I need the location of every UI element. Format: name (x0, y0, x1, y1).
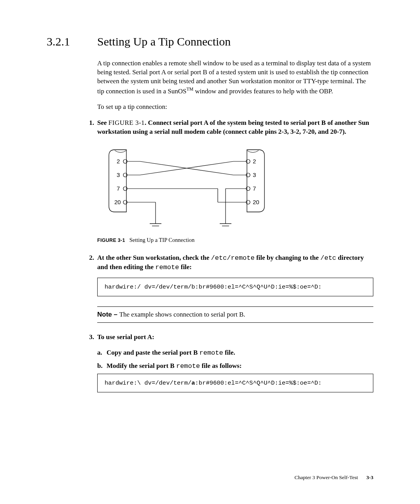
pin-label-right-20: 20 (253, 199, 259, 205)
step-3-number: 3. (86, 333, 97, 342)
pin-label-right-3: 3 (253, 172, 256, 178)
section-header: 3.2.1 Setting Up a Tip Connection (47, 35, 373, 48)
step-2-p2: file by changing to the (255, 254, 320, 261)
step-3b-code: remote (176, 362, 200, 370)
code-block-2-bold: a (191, 380, 195, 387)
code-block-1-text: hardwire:/ dv=/dev/term/b:br#9600:el=^C^… (105, 284, 322, 290)
step-3b-letter: b. (97, 360, 107, 371)
step-3b-p2: file as follows: (200, 362, 242, 369)
footer-chapter: Chapter 3 Power-On Self-Test (294, 474, 358, 480)
step-2-code3: remote (155, 264, 179, 271)
note-label: Note – (97, 311, 119, 318)
intro-lead: To set up a tip connection: (97, 103, 373, 112)
page-footer: Chapter 3 Power-On Self-Test 3-3 (294, 474, 373, 481)
pin-label-left-7: 7 (117, 185, 120, 192)
pin-label-right-7: 7 (253, 185, 256, 192)
figure-caption-label: FIGURE 3-1 (97, 238, 125, 243)
code-block-2-post: :br#9600:el=^C^S^Q^U^D:ie=%$:oe=^D: (195, 380, 322, 387)
step-2: 2. At the other Sun workstation, check t… (86, 254, 373, 272)
step-3a-body: Copy and paste the serial port B remote … (107, 347, 235, 358)
null-modem-diagram: 2 3 7 20 2 3 7 20 (97, 146, 280, 228)
trademark-superscript: TM (186, 86, 193, 92)
section-title: Setting Up a Tip Connection (97, 35, 231, 48)
step-1: 1. See FIGURE 3-1. Connect serial port A… (86, 119, 373, 136)
step-2-body: At the other Sun workstation, check the … (97, 254, 373, 272)
code-block-1: hardwire:/ dv=/dev/term/b:br#9600:el=^C^… (97, 278, 373, 296)
step-2-code2: /etc (320, 254, 336, 262)
step-2-p1: At the other Sun workstation, check the (97, 254, 211, 261)
step-3a-p1: Copy and paste the serial port B (107, 349, 199, 356)
code-block-2-pre: hardwire:\ dv=/dev/term/ (105, 380, 191, 387)
intro-paragraph: A tip connection enables a remote shell … (97, 59, 373, 96)
pin-label-right-2: 2 (253, 158, 256, 164)
figure-caption-text: Setting Up a TIP Connection (130, 237, 195, 243)
code-block-2: hardwire:\ dv=/dev/term/a:br#9600:el=^C^… (97, 374, 373, 392)
step-2-number: 2. (86, 254, 97, 272)
pin-label-left-2: 2 (117, 158, 120, 164)
step-2-code1: /etc/remote (211, 254, 254, 262)
note-box: Note – The example shows connection to s… (97, 306, 373, 323)
step-3b-p1: Modify the serial port B (107, 362, 176, 369)
step-3-body: To use serial port A: (97, 333, 373, 342)
section-number: 3.2.1 (47, 35, 97, 48)
step-3b-body: Modify the serial port B remote file as … (107, 360, 242, 371)
step-3: 3. To use serial port A: (86, 333, 373, 342)
step-3b: b. Modify the serial port B remote file … (97, 360, 373, 371)
step-3a-p2: file. (223, 349, 235, 356)
step-1-body: See FIGURE 3-1. Connect serial port A of… (97, 119, 373, 136)
step-3a: a. Copy and paste the serial port B remo… (97, 347, 373, 358)
step-3a-code: remote (199, 349, 223, 357)
step-1-lead: See (97, 119, 108, 126)
step-2-p4: file: (179, 263, 192, 271)
footer-page-number: 3-3 (366, 474, 373, 480)
figure-reference: FIGURE 3-1 (108, 119, 145, 126)
figure-3-1: 2 3 7 20 2 3 7 20 (97, 146, 373, 229)
step-3a-letter: a. (97, 347, 107, 358)
pin-label-left-20: 20 (114, 199, 121, 205)
pin-label-left-3: 3 (117, 172, 120, 178)
note-text: The example shows connection to serial p… (119, 311, 245, 318)
intro-text-b: window and provides features to help wit… (193, 87, 333, 94)
figure-caption: FIGURE 3-1 Setting Up a TIP Connection (97, 237, 373, 243)
step-1-number: 1. (86, 119, 97, 136)
